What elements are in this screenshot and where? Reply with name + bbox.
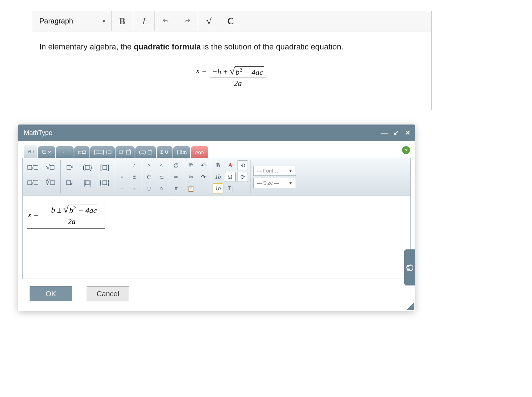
- format-select-label: Paragraph: [39, 17, 73, 25]
- italic-button[interactable]: I: [133, 11, 155, 31]
- radical-icon: √: [230, 66, 235, 77]
- math-editor-button[interactable]: √: [198, 11, 220, 31]
- chevron-down-icon: ▼: [102, 19, 106, 24]
- format-select[interactable]: Paragraph ▼: [32, 11, 112, 31]
- chem-editor-button[interactable]: C: [220, 11, 241, 31]
- redo-button[interactable]: [176, 11, 198, 31]
- editor-toolbar: Paragraph ▼ B I √ C: [32, 11, 431, 31]
- undo-icon: [162, 18, 169, 25]
- bold-button[interactable]: B: [112, 11, 133, 31]
- editor-text: In elementary algebra, the quadratic for…: [39, 42, 424, 52]
- undo-button[interactable]: [155, 11, 176, 31]
- formula-display[interactable]: x = −b ± √ b2 − 4ac 2a: [39, 66, 424, 88]
- redo-icon: [184, 18, 191, 25]
- editor-content[interactable]: In elementary algebra, the quadratic for…: [32, 31, 431, 110]
- text-editor: Paragraph ▼ B I √ C In elementary algebr…: [32, 11, 432, 110]
